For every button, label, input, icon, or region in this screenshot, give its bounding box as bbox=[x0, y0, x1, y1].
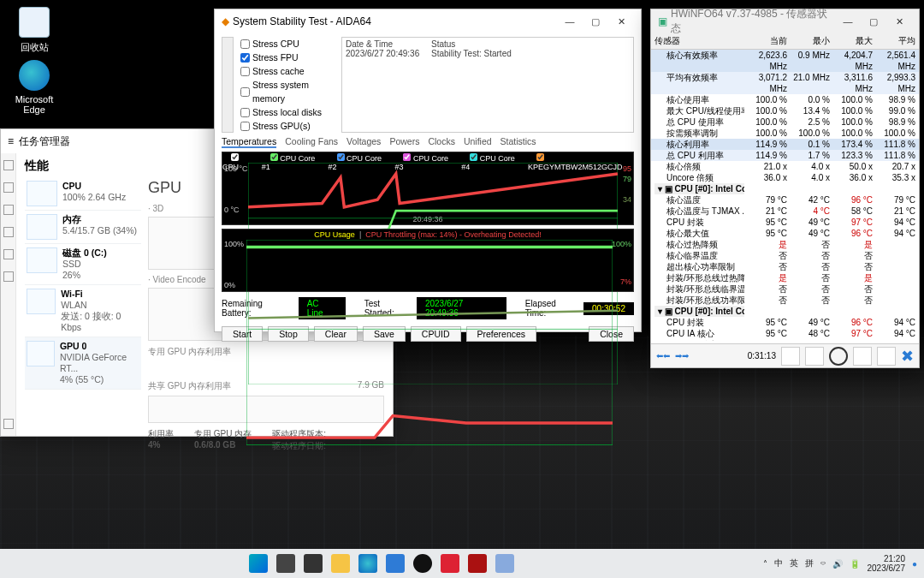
section-header[interactable]: ▾ ▣ CPU [#0]: Intel Core i... bbox=[654, 183, 744, 194]
nav-back-icon[interactable]: ⬅⬅ bbox=[656, 351, 670, 361]
sensor-row[interactable]: 封装/环形总线功率限...否否否 bbox=[651, 295, 919, 306]
nav-icon[interactable] bbox=[3, 160, 14, 170]
checkbox[interactable] bbox=[240, 122, 250, 131]
start-button[interactable] bbox=[249, 554, 268, 573]
tab[interactable]: Powers bbox=[389, 136, 419, 148]
nav-icon[interactable] bbox=[3, 271, 14, 282]
nav-icon[interactable] bbox=[3, 182, 14, 193]
checkbox[interactable] bbox=[240, 87, 250, 97]
tool-icon[interactable] bbox=[781, 347, 800, 366]
clock[interactable]: 21:20 2023/6/27 bbox=[867, 554, 905, 573]
col-header[interactable]: 传感器 bbox=[654, 35, 744, 47]
sensor-row[interactable]: 最大 CPU/线程使用率100.0 %13.4 %100.0 %99.0 % bbox=[651, 105, 919, 116]
checkbox[interactable] bbox=[240, 39, 250, 49]
nav-icon[interactable] bbox=[3, 205, 14, 215]
desktop-icon-recycle-bin[interactable]: 回收站 bbox=[9, 7, 60, 54]
ime-indicator[interactable]: 英 bbox=[790, 557, 798, 569]
battery-icon[interactable]: 🔋 bbox=[850, 559, 860, 569]
sensor-row[interactable]: 核心最大值95 °C49 °C96 °C94 °C bbox=[651, 228, 919, 239]
clock-icon[interactable] bbox=[829, 347, 848, 366]
aida64-icon[interactable] bbox=[441, 554, 459, 573]
stress-check[interactable]: Stress FPU bbox=[240, 51, 335, 64]
settings-icon[interactable] bbox=[877, 347, 896, 366]
sensor-row[interactable]: 按需频率调制100.0 %100.0 %100.0 %100.0 % bbox=[651, 128, 919, 139]
ime-indicator[interactable]: 拼 bbox=[805, 557, 814, 569]
sensor-row[interactable]: 封装/环形总线过热降频是否是 bbox=[651, 272, 919, 283]
minimize-button[interactable]: — bbox=[557, 16, 583, 27]
close-button[interactable]: ✕ bbox=[886, 16, 912, 27]
titlebar[interactable]: ▣ HWiNFO64 v7.37-4985 - 传感器状态 — ▢ ✕ bbox=[651, 9, 919, 33]
hwinfo-icon[interactable] bbox=[495, 554, 514, 573]
maximize-button[interactable]: ▢ bbox=[583, 16, 608, 27]
sensor-row[interactable]: Uncore 倍频36.0 x4.0 x36.0 x35.3 x bbox=[651, 172, 919, 183]
tab[interactable]: Voltages bbox=[346, 136, 381, 148]
sensor-row[interactable]: CPU IA 核心95 °C48 °C97 °C94 °C bbox=[651, 328, 919, 339]
perf-item[interactable]: 内存5.4/15.7 GB (34%) bbox=[25, 211, 141, 244]
sensor-row[interactable]: 核心有效频率2,623.6 MHz0.9 MHz4,204.7 MHz2,561… bbox=[651, 50, 919, 72]
perf-item[interactable]: Wi-FiWLAN 发送: 0 接收: 0 Kbps bbox=[25, 285, 141, 337]
sensor-row[interactable]: 超出核心功率限制否否否 bbox=[651, 261, 919, 272]
volume-icon[interactable]: 🔊 bbox=[832, 559, 843, 569]
maximize-button[interactable]: ▢ bbox=[861, 16, 886, 27]
col-header[interactable]: 最小 bbox=[787, 35, 830, 47]
sensor-row[interactable]: 核心倍频21.0 x4.0 x50.0 x20.7 x bbox=[651, 161, 919, 172]
sensor-row[interactable]: CPU GT 核心（图形）62 °C49 °C69 °C62 °C bbox=[651, 339, 919, 341]
close-icon[interactable]: ✖ bbox=[901, 347, 914, 366]
sensor-row[interactable]: CPU 封装95 °C49 °C96 °C94 °C bbox=[651, 317, 919, 328]
stress-check[interactable]: Stress local disks bbox=[240, 105, 335, 119]
col-header[interactable]: 当前 bbox=[744, 35, 787, 47]
close-button[interactable]: ✕ bbox=[608, 16, 634, 27]
checkbox[interactable] bbox=[240, 53, 250, 63]
stress-check[interactable]: Stress cache bbox=[240, 64, 335, 78]
sensor-row[interactable]: 核心利用率114.9 %0.1 %173.4 %111.8 % bbox=[651, 139, 919, 150]
tab[interactable]: Statistics bbox=[500, 136, 536, 148]
edge-icon[interactable] bbox=[358, 554, 377, 573]
perf-item[interactable]: GPU 0NVIDIA GeForce RT... 4% (55 °C) bbox=[25, 337, 141, 390]
sensor-row[interactable]: 核心临界温度否否否 bbox=[651, 250, 919, 261]
minimize-button[interactable]: — bbox=[835, 16, 861, 27]
tool-icon[interactable] bbox=[853, 347, 872, 366]
desktop-icon-edge[interactable]: Microsoft Edge bbox=[9, 60, 60, 115]
tool-icon[interactable] bbox=[805, 347, 824, 366]
tab[interactable]: Temperatures bbox=[222, 136, 276, 148]
steam-icon[interactable] bbox=[413, 554, 432, 573]
checkbox[interactable] bbox=[240, 67, 250, 76]
sensor-row[interactable]: 核心温度79 °C42 °C96 °C79 °C bbox=[651, 194, 919, 206]
nav-fwd-icon[interactable]: ➡➡ bbox=[675, 351, 689, 361]
hamburger-icon[interactable]: ≡ bbox=[8, 135, 14, 147]
taskview-icon[interactable] bbox=[304, 554, 323, 573]
sensor-row[interactable]: CPU 封装95 °C49 °C97 °C94 °C bbox=[651, 217, 919, 228]
nav-icon[interactable] bbox=[3, 227, 14, 237]
wifi-icon[interactable]: ⌔ bbox=[820, 559, 826, 569]
stress-check[interactable]: Stress system memory bbox=[240, 78, 335, 105]
sensor-row[interactable]: 核心温度与 TJMAX ...21 °C4 °C58 °C21 °C bbox=[651, 206, 919, 217]
stress-check[interactable]: Stress CPU bbox=[240, 37, 335, 51]
col-header[interactable]: 平均 bbox=[873, 35, 915, 47]
perf-item[interactable]: 磁盘 0 (C:)SSD 26% bbox=[25, 244, 141, 285]
tab[interactable]: Cooling Fans bbox=[285, 136, 338, 148]
stress-check[interactable]: Stress GPU(s) bbox=[240, 119, 335, 133]
titlebar[interactable]: ◆ System Stability Test - AIDA64 — ▢ ✕ bbox=[215, 9, 641, 33]
nav-icon[interactable] bbox=[3, 249, 14, 259]
sensor-value: 98.9 % bbox=[873, 116, 915, 128]
sensor-row[interactable]: 核心使用率100.0 %0.0 %100.0 %98.9 % bbox=[651, 94, 919, 105]
perf-item[interactable]: CPU100% 2.64 GHz bbox=[25, 177, 141, 211]
checkbox[interactable] bbox=[240, 108, 250, 117]
tab[interactable]: Unified bbox=[464, 136, 492, 148]
sensor-row[interactable]: 平均有效频率3,071.2 MHz21.0 MHz3,311.6 MHz2,99… bbox=[651, 72, 919, 94]
sensor-row[interactable]: 核心过热降频是否是 bbox=[651, 239, 919, 250]
tray-chevron-icon[interactable]: ˄ bbox=[763, 559, 767, 569]
app-icon[interactable] bbox=[468, 554, 487, 573]
search-icon[interactable] bbox=[276, 554, 295, 573]
store-icon[interactable] bbox=[386, 554, 405, 573]
ime-indicator[interactable]: 中 bbox=[774, 557, 783, 569]
notification-icon[interactable]: ● bbox=[912, 559, 917, 569]
sensor-row[interactable]: 总 CPU 使用率100.0 %2.5 %100.0 %98.9 % bbox=[651, 116, 919, 128]
explorer-icon[interactable] bbox=[331, 554, 350, 573]
sensor-row[interactable]: 封装/环形总线临界温度否否否 bbox=[651, 283, 919, 295]
sensor-row[interactable]: 总 CPU 利用率114.9 %1.7 %123.3 %111.8 % bbox=[651, 150, 919, 161]
nav-icon[interactable] bbox=[3, 419, 14, 429]
col-header[interactable]: 最大 bbox=[830, 35, 873, 47]
section-header[interactable]: ▾ ▣ CPU [#0]: Intel Core i... bbox=[654, 306, 744, 317]
tab[interactable]: Clocks bbox=[428, 136, 455, 148]
